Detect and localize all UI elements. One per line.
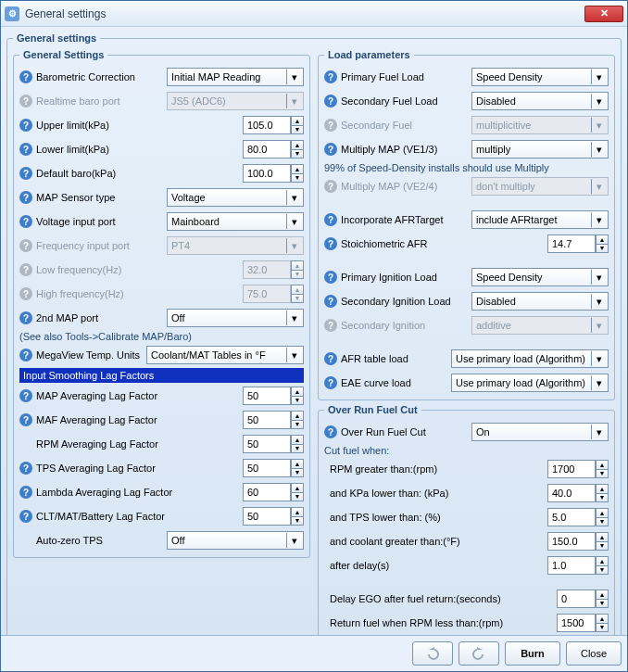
redo-button[interactable] bbox=[458, 641, 499, 666]
input-clt-gt[interactable] bbox=[547, 532, 596, 551]
row-tps-lag: ? TPS Averaging Lag Factor ▲▼ bbox=[19, 457, 304, 479]
help-icon[interactable]: ? bbox=[19, 510, 32, 523]
combo-secondary-fuel-alg: multiplicitive▾ bbox=[471, 116, 609, 134]
spinner-rpm-lag[interactable]: ▲▼ bbox=[291, 435, 304, 453]
help-icon[interactable]: ? bbox=[19, 462, 32, 475]
combo-baro-correction[interactable]: Initial MAP Reading ▾ bbox=[167, 68, 304, 86]
help-icon[interactable]: ? bbox=[324, 376, 337, 389]
close-button[interactable]: Close bbox=[566, 641, 622, 666]
help-icon[interactable]: ? bbox=[324, 70, 337, 83]
help-icon[interactable]: ? bbox=[324, 425, 337, 438]
input-clt-lag[interactable] bbox=[243, 507, 291, 526]
help-icon[interactable]: ? bbox=[324, 213, 337, 226]
combo-secondary-fuel[interactable]: Disabled▾ bbox=[471, 92, 609, 110]
row-lambda-lag: ? Lambda Averaging Lag Factor ▲▼ bbox=[19, 481, 304, 503]
help-icon[interactable]: ? bbox=[19, 349, 32, 361]
help-icon[interactable]: ? bbox=[19, 70, 32, 83]
spinner-lambda-lag[interactable]: ▲▼ bbox=[291, 483, 304, 501]
help-icon[interactable]: ? bbox=[19, 389, 32, 402]
chevron-down-icon: ▾ bbox=[591, 351, 606, 366]
combo-multiply-map1[interactable]: multiply▾ bbox=[471, 140, 609, 158]
window-close-button[interactable]: ✕ bbox=[584, 6, 623, 22]
spinner-rpm-gt[interactable]: ▲▼ bbox=[596, 460, 609, 478]
help-icon[interactable]: ? bbox=[324, 237, 337, 250]
row-multiply-map1: ? Multiply MAP (VE1/3) multiply▾ bbox=[324, 138, 609, 160]
combo-eae-curve[interactable]: Use primary load (Algorithm)▾ bbox=[451, 374, 609, 392]
spinner-tps-lag[interactable]: ▲▼ bbox=[291, 459, 304, 477]
input-lower-limit[interactable] bbox=[243, 140, 291, 158]
input-delay[interactable] bbox=[547, 556, 596, 575]
row-tps-lt: and TPS lower than: (%) ▲▼ bbox=[324, 506, 609, 528]
input-ego-delay[interactable] bbox=[557, 590, 596, 608]
spinner-delay[interactable]: ▲▼ bbox=[596, 556, 609, 575]
spinner-clt-gt[interactable]: ▲▼ bbox=[596, 532, 609, 551]
row-ego-delay: Delay EGO after fuel return:(seconds) ▲▼ bbox=[324, 588, 609, 610]
spinner-lower-limit[interactable]: ▲▼ bbox=[291, 140, 304, 158]
input-stoich-afr[interactable] bbox=[547, 235, 596, 253]
label-overrun-enable: Over Run Fuel Cut bbox=[341, 426, 471, 437]
help-icon[interactable]: ? bbox=[324, 295, 337, 308]
spinner-rpm-return[interactable]: ▲▼ bbox=[596, 614, 609, 632]
spinner-maf-lag[interactable]: ▲▼ bbox=[291, 411, 304, 429]
label-upper-limit: Upper limit(kPa) bbox=[36, 120, 243, 131]
label-map-sensor: MAP Sensor type bbox=[36, 192, 167, 203]
label-clt-gt: and coolant greater than:(°F) bbox=[324, 536, 547, 547]
input-rpm-gt[interactable] bbox=[547, 460, 596, 478]
help-icon[interactable]: ? bbox=[19, 143, 32, 156]
spinner-tps-lt[interactable]: ▲▼ bbox=[596, 508, 609, 526]
combo-afr-target[interactable]: include AFRtarget▾ bbox=[471, 210, 609, 229]
input-maf-lag[interactable] bbox=[243, 411, 291, 429]
spinner-upper-limit[interactable]: ▲▼ bbox=[291, 116, 304, 134]
spinner-kpa-lt[interactable]: ▲▼ bbox=[596, 484, 609, 502]
help-icon: ? bbox=[19, 95, 32, 108]
input-default-baro[interactable] bbox=[243, 164, 291, 183]
input-upper-limit[interactable] bbox=[243, 116, 291, 134]
input-tps-lt[interactable] bbox=[547, 508, 596, 526]
combo-primary-fuel[interactable]: Speed Density▾ bbox=[471, 68, 609, 86]
combo-afr-table[interactable]: Use primary load (Algorithm)▾ bbox=[451, 349, 609, 368]
outer-legend: General settings bbox=[13, 32, 100, 44]
undo-button[interactable] bbox=[412, 641, 453, 666]
label-second-map: 2nd MAP port bbox=[36, 312, 167, 323]
input-lambda-lag[interactable] bbox=[243, 483, 291, 501]
spinner-map-lag[interactable]: ▲▼ bbox=[291, 387, 304, 405]
titlebar: ⚙ General settings ✕ bbox=[1, 1, 627, 27]
label-rpm-gt: RPM greater than:(rpm) bbox=[324, 463, 547, 475]
input-rpm-lag[interactable] bbox=[243, 435, 291, 453]
burn-button[interactable]: Burn bbox=[505, 641, 560, 666]
combo-megaview[interactable]: Coolant/MAT Tables in °F ▾ bbox=[146, 346, 304, 364]
help-icon[interactable]: ? bbox=[19, 167, 32, 180]
help-icon[interactable]: ? bbox=[19, 311, 32, 324]
input-map-lag[interactable] bbox=[243, 387, 291, 405]
spinner-stoich-afr[interactable]: ▲▼ bbox=[596, 235, 609, 253]
help-icon[interactable]: ? bbox=[19, 215, 32, 228]
combo-primary-ign[interactable]: Speed Density▾ bbox=[471, 268, 609, 286]
left-column: General Settings ? Barometric Correction… bbox=[13, 47, 310, 635]
help-icon[interactable]: ? bbox=[324, 95, 337, 108]
spinner-clt-lag[interactable]: ▲▼ bbox=[291, 507, 304, 526]
combo-auto-zero[interactable]: Off ▾ bbox=[167, 531, 304, 550]
input-tps-lag[interactable] bbox=[243, 459, 291, 477]
help-icon: ? bbox=[324, 119, 337, 132]
input-rpm-return[interactable] bbox=[557, 614, 596, 632]
spinner-default-baro[interactable]: ▲▼ bbox=[291, 164, 304, 183]
combo-map-sensor[interactable]: Voltage ▾ bbox=[167, 188, 304, 207]
combo-second-map[interactable]: Off ▾ bbox=[167, 309, 304, 327]
row-overrun-enable: ? Over Run Fuel Cut On▾ bbox=[324, 421, 609, 443]
combo-voltage-port[interactable]: Mainboard ▾ bbox=[167, 212, 304, 231]
help-icon[interactable]: ? bbox=[19, 413, 32, 426]
label-rpm-return: Return fuel when RPM less than:(rpm) bbox=[324, 617, 557, 628]
label-auto-zero: Auto-zero TPS bbox=[36, 535, 167, 546]
spinner-ego-delay[interactable]: ▲▼ bbox=[596, 590, 609, 608]
general-settings-legend: General Settings bbox=[19, 49, 107, 60]
combo-secondary-ign[interactable]: Disabled▾ bbox=[471, 292, 609, 311]
input-kpa-lt[interactable] bbox=[547, 484, 596, 502]
combo-overrun-enable[interactable]: On▾ bbox=[471, 423, 609, 441]
help-icon[interactable]: ? bbox=[324, 143, 337, 156]
row-primary-fuel: ? Primary Fuel Load Speed Density▾ bbox=[324, 66, 609, 88]
help-icon[interactable]: ? bbox=[324, 352, 337, 365]
help-icon[interactable]: ? bbox=[19, 191, 32, 204]
help-icon[interactable]: ? bbox=[324, 271, 337, 284]
help-icon[interactable]: ? bbox=[19, 486, 32, 499]
help-icon[interactable]: ? bbox=[19, 119, 32, 132]
